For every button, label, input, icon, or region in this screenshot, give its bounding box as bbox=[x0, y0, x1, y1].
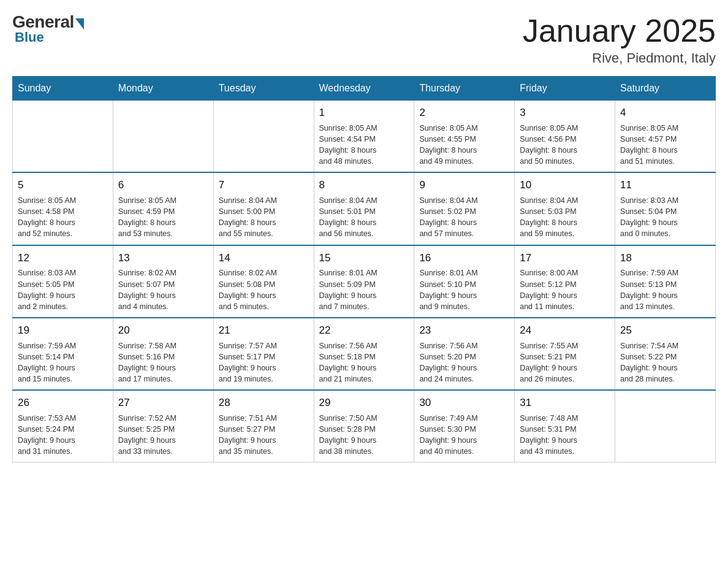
col-header-wednesday: Wednesday bbox=[314, 77, 414, 101]
calendar-cell bbox=[615, 390, 716, 462]
day-number: 26 bbox=[18, 396, 108, 410]
calendar-cell: 31Sunrise: 7:48 AMSunset: 5:31 PMDayligh… bbox=[515, 390, 615, 462]
calendar-header-row: SundayMondayTuesdayWednesdayThursdayFrid… bbox=[13, 77, 716, 101]
calendar-cell: 18Sunrise: 7:59 AMSunset: 5:13 PMDayligh… bbox=[615, 245, 716, 318]
day-number: 23 bbox=[419, 323, 509, 338]
day-info: Sunrise: 8:01 AMSunset: 5:10 PMDaylight:… bbox=[419, 267, 509, 312]
day-info: Sunrise: 8:04 AMSunset: 5:03 PMDaylight:… bbox=[520, 195, 610, 240]
col-header-thursday: Thursday bbox=[414, 77, 515, 101]
day-info: Sunrise: 8:05 AMSunset: 4:58 PMDaylight:… bbox=[18, 195, 108, 240]
day-number: 30 bbox=[419, 396, 509, 410]
day-number: 18 bbox=[620, 251, 710, 266]
calendar-cell: 5Sunrise: 8:05 AMSunset: 4:58 PMDaylight… bbox=[13, 172, 113, 245]
calendar-week-row: 26Sunrise: 7:53 AMSunset: 5:24 PMDayligh… bbox=[13, 390, 716, 462]
day-number: 2 bbox=[419, 105, 509, 120]
day-info: Sunrise: 8:03 AMSunset: 5:05 PMDaylight:… bbox=[18, 267, 108, 312]
page-header: General Blue January 2025 Rive, Piedmont… bbox=[12, 12, 716, 66]
day-info: Sunrise: 8:05 AMSunset: 4:59 PMDaylight:… bbox=[118, 195, 208, 240]
calendar-cell: 19Sunrise: 7:59 AMSunset: 5:14 PMDayligh… bbox=[13, 318, 113, 390]
day-number: 7 bbox=[219, 178, 309, 193]
logo-arrow-icon bbox=[75, 18, 84, 29]
day-number: 15 bbox=[319, 251, 409, 266]
calendar-cell: 6Sunrise: 8:05 AMSunset: 4:59 PMDaylight… bbox=[113, 172, 213, 245]
day-info: Sunrise: 7:50 AMSunset: 5:28 PMDaylight:… bbox=[319, 413, 409, 458]
day-info: Sunrise: 8:04 AMSunset: 5:02 PMDaylight:… bbox=[419, 195, 509, 240]
day-number: 24 bbox=[520, 323, 610, 338]
calendar-cell: 15Sunrise: 8:01 AMSunset: 5:09 PMDayligh… bbox=[314, 245, 414, 318]
day-info: Sunrise: 8:05 AMSunset: 4:56 PMDaylight:… bbox=[520, 123, 610, 167]
day-number: 27 bbox=[118, 396, 208, 410]
day-number: 17 bbox=[520, 251, 610, 266]
calendar-cell: 29Sunrise: 7:50 AMSunset: 5:28 PMDayligh… bbox=[314, 390, 414, 462]
day-info: Sunrise: 8:01 AMSunset: 5:09 PMDaylight:… bbox=[319, 267, 409, 312]
day-number: 4 bbox=[620, 105, 710, 120]
day-info: Sunrise: 7:59 AMSunset: 5:13 PMDaylight:… bbox=[620, 267, 710, 312]
calendar-cell: 11Sunrise: 8:03 AMSunset: 5:04 PMDayligh… bbox=[615, 172, 716, 245]
day-number: 21 bbox=[219, 323, 309, 338]
calendar-cell: 26Sunrise: 7:53 AMSunset: 5:24 PMDayligh… bbox=[13, 390, 113, 462]
calendar-cell: 20Sunrise: 7:58 AMSunset: 5:16 PMDayligh… bbox=[113, 318, 213, 390]
calendar-cell bbox=[13, 101, 113, 173]
day-info: Sunrise: 7:57 AMSunset: 5:17 PMDaylight:… bbox=[219, 340, 309, 385]
day-info: Sunrise: 8:03 AMSunset: 5:04 PMDaylight:… bbox=[620, 195, 710, 240]
day-info: Sunrise: 7:54 AMSunset: 5:22 PMDaylight:… bbox=[620, 340, 710, 385]
calendar-cell: 12Sunrise: 8:03 AMSunset: 5:05 PMDayligh… bbox=[13, 245, 113, 318]
calendar-cell: 22Sunrise: 7:56 AMSunset: 5:18 PMDayligh… bbox=[314, 318, 414, 390]
day-info: Sunrise: 8:05 AMSunset: 4:55 PMDaylight:… bbox=[419, 123, 509, 167]
day-info: Sunrise: 7:56 AMSunset: 5:18 PMDaylight:… bbox=[319, 340, 409, 385]
day-info: Sunrise: 7:55 AMSunset: 5:21 PMDaylight:… bbox=[520, 340, 610, 385]
day-info: Sunrise: 8:00 AMSunset: 5:12 PMDaylight:… bbox=[520, 267, 610, 312]
calendar-cell: 23Sunrise: 7:56 AMSunset: 5:20 PMDayligh… bbox=[414, 318, 515, 390]
month-title: January 2025 bbox=[523, 12, 716, 49]
day-info: Sunrise: 7:48 AMSunset: 5:31 PMDaylight:… bbox=[520, 413, 610, 458]
day-number: 22 bbox=[319, 323, 409, 338]
col-header-monday: Monday bbox=[113, 77, 213, 101]
day-number: 5 bbox=[18, 178, 108, 193]
calendar-cell: 16Sunrise: 8:01 AMSunset: 5:10 PMDayligh… bbox=[414, 245, 515, 318]
day-number: 6 bbox=[118, 178, 208, 193]
calendar-cell: 1Sunrise: 8:05 AMSunset: 4:54 PMDaylight… bbox=[314, 101, 414, 173]
calendar-week-row: 5Sunrise: 8:05 AMSunset: 4:58 PMDaylight… bbox=[13, 172, 716, 245]
calendar-week-row: 12Sunrise: 8:03 AMSunset: 5:05 PMDayligh… bbox=[13, 245, 716, 318]
day-info: Sunrise: 8:02 AMSunset: 5:08 PMDaylight:… bbox=[219, 267, 309, 312]
day-number: 20 bbox=[118, 323, 208, 338]
day-info: Sunrise: 8:05 AMSunset: 4:54 PMDaylight:… bbox=[319, 123, 409, 167]
day-number: 19 bbox=[18, 323, 108, 338]
day-info: Sunrise: 7:53 AMSunset: 5:24 PMDaylight:… bbox=[18, 413, 108, 458]
col-header-tuesday: Tuesday bbox=[213, 77, 314, 101]
calendar-cell: 8Sunrise: 8:04 AMSunset: 5:01 PMDaylight… bbox=[314, 172, 414, 245]
calendar-cell: 4Sunrise: 8:05 AMSunset: 4:57 PMDaylight… bbox=[615, 101, 716, 173]
calendar-cell: 7Sunrise: 8:04 AMSunset: 5:00 PMDaylight… bbox=[213, 172, 314, 245]
calendar-cell: 25Sunrise: 7:54 AMSunset: 5:22 PMDayligh… bbox=[615, 318, 716, 390]
day-number: 9 bbox=[419, 178, 509, 193]
logo: General Blue bbox=[12, 12, 84, 45]
calendar-cell: 27Sunrise: 7:52 AMSunset: 5:25 PMDayligh… bbox=[113, 390, 213, 462]
calendar-week-row: 19Sunrise: 7:59 AMSunset: 5:14 PMDayligh… bbox=[13, 318, 716, 390]
calendar-cell: 13Sunrise: 8:02 AMSunset: 5:07 PMDayligh… bbox=[113, 245, 213, 318]
calendar-table: SundayMondayTuesdayWednesdayThursdayFrid… bbox=[12, 76, 716, 462]
calendar-week-row: 1Sunrise: 8:05 AMSunset: 4:54 PMDaylight… bbox=[13, 101, 716, 173]
day-number: 12 bbox=[18, 251, 108, 266]
col-header-friday: Friday bbox=[515, 77, 615, 101]
day-info: Sunrise: 7:58 AMSunset: 5:16 PMDaylight:… bbox=[118, 340, 208, 385]
day-number: 29 bbox=[319, 396, 409, 410]
day-info: Sunrise: 8:04 AMSunset: 5:00 PMDaylight:… bbox=[219, 195, 309, 240]
day-info: Sunrise: 8:02 AMSunset: 5:07 PMDaylight:… bbox=[118, 267, 208, 312]
calendar-cell: 14Sunrise: 8:02 AMSunset: 5:08 PMDayligh… bbox=[213, 245, 314, 318]
location-text: Rive, Piedmont, Italy bbox=[523, 50, 716, 66]
calendar-cell: 30Sunrise: 7:49 AMSunset: 5:30 PMDayligh… bbox=[414, 390, 515, 462]
calendar-cell: 21Sunrise: 7:57 AMSunset: 5:17 PMDayligh… bbox=[213, 318, 314, 390]
day-number: 3 bbox=[520, 105, 610, 120]
day-info: Sunrise: 8:04 AMSunset: 5:01 PMDaylight:… bbox=[319, 195, 409, 240]
col-header-saturday: Saturday bbox=[615, 77, 716, 101]
day-info: Sunrise: 7:56 AMSunset: 5:20 PMDaylight:… bbox=[419, 340, 509, 385]
calendar-cell: 10Sunrise: 8:04 AMSunset: 5:03 PMDayligh… bbox=[515, 172, 615, 245]
day-number: 13 bbox=[118, 251, 208, 266]
day-number: 8 bbox=[319, 178, 409, 193]
calendar-cell: 9Sunrise: 8:04 AMSunset: 5:02 PMDaylight… bbox=[414, 172, 515, 245]
day-info: Sunrise: 7:49 AMSunset: 5:30 PMDaylight:… bbox=[419, 413, 509, 458]
day-number: 16 bbox=[419, 251, 509, 266]
calendar-cell: 28Sunrise: 7:51 AMSunset: 5:27 PMDayligh… bbox=[213, 390, 314, 462]
title-section: January 2025 Rive, Piedmont, Italy bbox=[523, 12, 716, 66]
logo-blue-text: Blue bbox=[15, 29, 44, 45]
